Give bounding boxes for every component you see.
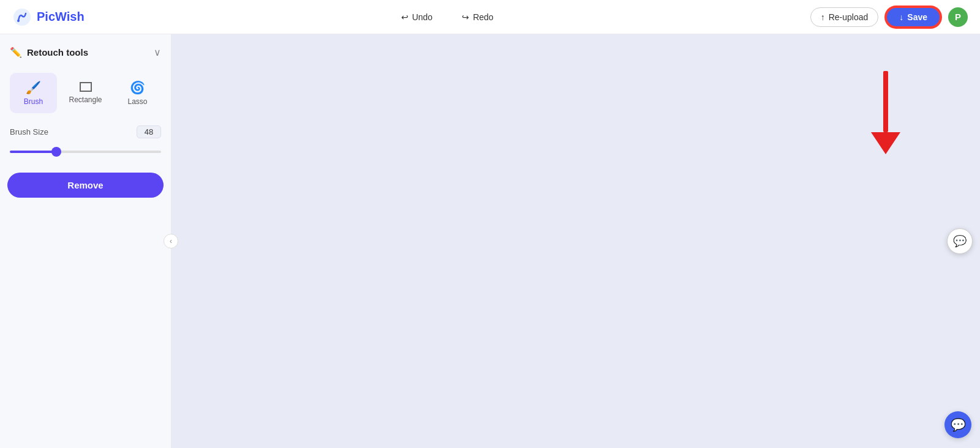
- reupload-button[interactable]: ↑ Re-upload: [810, 7, 879, 27]
- remove-label: Remove: [67, 180, 103, 190]
- app-header: PicWish ↩ Undo ↪ Redo ↑ Re-upload ↓ Save…: [0, 0, 980, 34]
- redo-icon: ↪: [462, 12, 469, 22]
- undo-icon: ↩: [401, 12, 409, 22]
- save-arrow-annotation: [871, 71, 900, 154]
- feedback-icon: 💬: [953, 234, 967, 248]
- tools-grid: 🖌️ Brush Rectangle 🌀 Lasso: [7, 73, 164, 113]
- brush-size-label: Brush Size: [10, 127, 48, 136]
- section-title: Retouch tools: [27, 47, 88, 58]
- brush-label: Brush: [24, 97, 43, 106]
- save-icon: ↓: [899, 12, 903, 22]
- chat-icon: 💬: [951, 417, 966, 432]
- redo-label: Redo: [473, 12, 493, 22]
- logo-text: PicWish: [37, 10, 85, 24]
- chat-support-button[interactable]: 💬: [944, 411, 971, 438]
- header-right: ↑ Re-upload ↓ Save P: [810, 7, 968, 28]
- picwish-logo-icon: [12, 7, 32, 27]
- arrow-head: [871, 132, 900, 154]
- reupload-label: Re-upload: [829, 12, 869, 22]
- brush-size-slider-container: [10, 144, 161, 155]
- brush-icon: 🖌️: [26, 80, 41, 95]
- header-center: ↩ Undo ↪ Redo: [394, 9, 501, 26]
- lasso-tool-button[interactable]: 🌀 Lasso: [114, 73, 161, 113]
- svg-point-1: [17, 20, 20, 22]
- section-title-area: ✏️ Retouch tools: [10, 47, 88, 58]
- brush-tool-button[interactable]: 🖌️ Brush: [10, 73, 57, 113]
- undo-button[interactable]: ↩ Undo: [394, 9, 440, 26]
- reupload-icon: ↑: [821, 12, 825, 22]
- save-label: Save: [907, 12, 927, 22]
- avatar[interactable]: P: [948, 7, 968, 27]
- collapse-button[interactable]: ∨: [154, 47, 161, 58]
- rectangle-tool-button[interactable]: Rectangle: [62, 73, 109, 113]
- main-layout: ✏️ Retouch tools ∨ 🖌️ Brush Rectangle 🌀 …: [0, 34, 980, 448]
- lasso-icon: 🌀: [130, 80, 145, 95]
- feedback-float-button[interactable]: 💬: [947, 228, 973, 254]
- sidebar: ✏️ Retouch tools ∨ 🖌️ Brush Rectangle 🌀 …: [0, 34, 172, 448]
- brush-size-section: Brush Size 48: [7, 123, 164, 158]
- remove-button[interactable]: Remove: [7, 173, 164, 198]
- brush-size-slider[interactable]: [10, 151, 161, 153]
- lasso-label: Lasso: [127, 97, 147, 106]
- sidebar-section-header: ✏️ Retouch tools ∨: [7, 44, 164, 63]
- undo-label: Undo: [412, 12, 432, 22]
- rectangle-icon: [80, 82, 92, 92]
- svg-point-0: [13, 9, 31, 26]
- arrow-shaft: [883, 71, 888, 132]
- brush-size-row: Brush Size 48: [10, 125, 161, 138]
- rectangle-label: Rectangle: [69, 95, 102, 104]
- save-button[interactable]: ↓ Save: [886, 7, 941, 28]
- retouch-tools-icon: ✏️: [10, 47, 22, 58]
- redo-button[interactable]: ↪ Redo: [454, 9, 500, 26]
- canvas-area[interactable]: TIMES SQ PIZZA MORMON · No watermark aft…: [172, 34, 980, 448]
- right-float-buttons: 💬: [947, 228, 973, 254]
- brush-size-value: 48: [137, 125, 161, 138]
- logo-area: PicWish: [12, 7, 85, 27]
- chevron-left-icon: ‹: [170, 237, 172, 245]
- sidebar-collapse-handle[interactable]: ‹: [164, 234, 178, 248]
